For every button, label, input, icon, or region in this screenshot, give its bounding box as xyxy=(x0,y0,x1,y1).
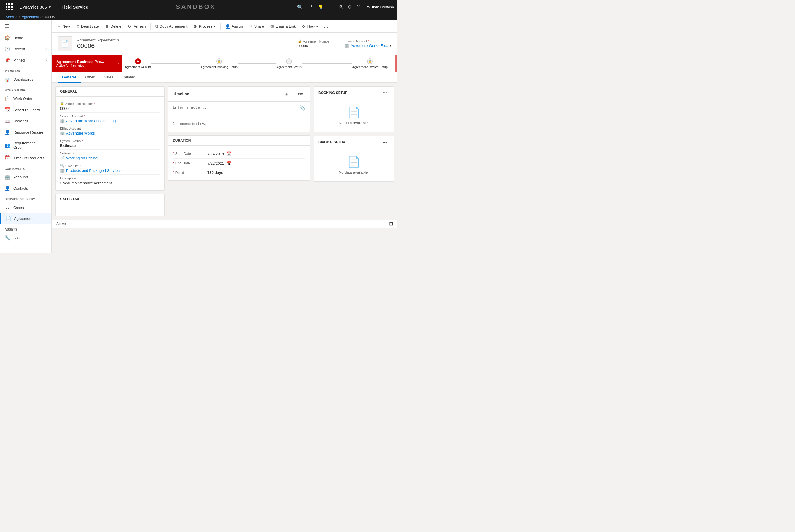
field-value-agreement-number[interactable]: 00006 xyxy=(60,106,160,111)
billing-account-icon: 🏢 xyxy=(60,131,65,135)
top-icons: 🔍 ⏱ 💡 ＋ ⚗ ⚙ ? William Contoso xyxy=(297,4,394,10)
stage-agreement[interactable]: ● Agreement (4 Min) xyxy=(125,58,151,69)
help-icon[interactable]: ? xyxy=(357,4,359,10)
assign-label: Assign xyxy=(232,24,243,28)
duration-row-duration: * Duration 730 days xyxy=(173,168,305,177)
sidebar-item-schedule-board[interactable]: 📅 Schedule Board xyxy=(0,104,52,116)
refresh-button[interactable]: ↻ Refresh xyxy=(125,21,149,32)
time-off-icon: ⏰ xyxy=(5,155,11,161)
search-icon[interactable]: 🔍 xyxy=(297,4,303,10)
sales-tax-body xyxy=(56,204,164,216)
sidebar-item-resource-req[interactable]: 👤 Resource Require... xyxy=(0,127,52,138)
record-number: 00006 xyxy=(77,42,293,50)
sidebar-item-pinned[interactable]: 📌 Pinned ▾ xyxy=(0,55,52,66)
schedule-board-icon: 📅 xyxy=(5,107,11,113)
timeline-add-button[interactable]: ＋ xyxy=(282,89,292,99)
process-collapse-button[interactable]: ‹ xyxy=(115,55,122,72)
stage-label-invoice-setup: Agreement Invoice Setup xyxy=(352,65,388,69)
invoice-setup-more-button[interactable]: ••• xyxy=(380,139,389,146)
user-name[interactable]: William Contoso xyxy=(367,5,394,9)
sidebar-item-work-orders[interactable]: 📋 Work Orders xyxy=(0,93,52,104)
pinned-icon: 📌 xyxy=(5,57,11,63)
sidebar-item-recent[interactable]: 🕐 Recent ▾ xyxy=(0,43,52,55)
insights-icon[interactable]: 💡 xyxy=(318,4,323,10)
attachment-icon[interactable]: 📎 xyxy=(299,105,305,111)
service-account-label: Service Account * xyxy=(344,39,392,43)
end-calendar-icon[interactable]: 📅 xyxy=(226,161,231,166)
timeline-more-button[interactable]: ••• xyxy=(295,90,305,98)
start-calendar-icon[interactable]: 📅 xyxy=(226,151,231,156)
share-icon: ↗ xyxy=(249,24,253,29)
sidebar-label-dashboards: Dashboards xyxy=(13,77,33,82)
sidebar-item-cases[interactable]: 🗂 Cases xyxy=(0,202,52,213)
new-button[interactable]: ＋ New xyxy=(54,21,73,32)
sidebar-item-home[interactable]: 🏠 Home xyxy=(0,32,52,43)
deactivate-icon: ⊘ xyxy=(76,24,80,29)
email-link-button[interactable]: ✉ Email a Link xyxy=(267,21,299,32)
flow-button[interactable]: ⟳ Flow ▾ xyxy=(299,21,321,32)
field-value-system-status[interactable]: Estimate xyxy=(60,144,160,148)
field-value-billing-account[interactable]: 🏢 Adventure Works xyxy=(60,131,160,135)
recent-expand-icon: ▾ xyxy=(45,48,47,51)
field-req-star-4: * xyxy=(79,164,80,168)
assign-icon: 👤 xyxy=(225,24,230,29)
sidebar-item-agreements[interactable]: 📄 Agreements xyxy=(0,213,52,224)
stage-label-agreement: Agreement (4 Min) xyxy=(125,65,151,69)
field-label-description: Description xyxy=(60,176,160,180)
sidebar-label-contacts: Contacts xyxy=(13,186,28,191)
invoice-setup-section: INVOICE SETUP ••• 📄 No data available. xyxy=(314,136,394,182)
new-record-icon[interactable]: ＋ xyxy=(329,4,333,10)
tab-other[interactable]: Other xyxy=(80,72,99,83)
field-substatus: Substatus 📄 Working on Pricing xyxy=(60,150,160,162)
sidebar-item-assets[interactable]: 🔧 Assets xyxy=(0,232,52,244)
service-account-link[interactable]: Adventure Works En... xyxy=(351,43,388,48)
deactivate-button[interactable]: ⊘ Deactivate xyxy=(73,21,101,32)
more-button[interactable]: ... xyxy=(321,22,331,31)
breadcrumb-agreements[interactable]: Agreements xyxy=(22,15,40,19)
process-button[interactable]: ⚙ Process ▾ xyxy=(191,21,219,32)
stage-booking-setup[interactable]: 🔒 Agreement Booking Setup xyxy=(201,58,237,69)
tab-general[interactable]: General xyxy=(57,72,80,83)
assign-button[interactable]: 👤 Assign xyxy=(222,21,246,32)
sidebar-toggle[interactable]: ☰ xyxy=(0,20,52,32)
timeline-note-input[interactable] xyxy=(173,105,297,114)
sidebar-item-time-off[interactable]: ⏰ Time Off Requests xyxy=(0,152,52,164)
sidebar-item-accounts[interactable]: 🏢 Accounts xyxy=(0,172,52,183)
new-label: New xyxy=(62,24,70,28)
waffle-menu[interactable] xyxy=(3,0,15,14)
duration-row-end: * End Date 7/22/2021 📅 xyxy=(173,159,305,168)
field-value-price-list[interactable]: 🏢 Products and Packaged Services xyxy=(60,168,160,173)
settings-icon[interactable]: ⚙ xyxy=(348,4,352,10)
sidebar-item-contacts[interactable]: 👤 Contacts xyxy=(0,183,52,194)
sidebar-item-dashboards[interactable]: 📊 Dashboards xyxy=(0,74,52,85)
booking-setup-section: BOOKING SETUP ••• 📄 No data available. xyxy=(314,86,394,132)
tab-sales[interactable]: Sales xyxy=(99,72,118,83)
duration-row-start: * Start Date 7/24/2019 📅 xyxy=(173,149,305,159)
field-value-description[interactable]: 2 year maintenance agreement xyxy=(60,181,160,185)
stage-connector-2 xyxy=(238,63,276,64)
field-description: Description 2 year maintenance agreement xyxy=(60,175,160,187)
stage-status[interactable]: Agreement Status xyxy=(276,58,302,69)
section-scheduling: Scheduling xyxy=(0,85,52,93)
stage-invoice-setup[interactable]: 🔒 Agreement Invoice Setup xyxy=(352,58,388,69)
field-value-substatus[interactable]: 📄 Working on Pricing xyxy=(60,156,160,160)
field-value-service-account[interactable]: 🏢 Adventure Works Engineering xyxy=(60,119,160,123)
breadcrumb-service[interactable]: Service xyxy=(6,15,17,19)
delete-button[interactable]: 🗑 Delete xyxy=(102,21,124,32)
sidebar: ☰ 🏠 Home 🕐 Recent ▾ 📌 Pinned ▾ My Work 📊… xyxy=(0,20,52,253)
recent-icon[interactable]: ⏱ xyxy=(308,4,313,10)
copy-agreement-button[interactable]: ⧉ Copy Agreement xyxy=(152,21,190,32)
sidebar-item-bookings[interactable]: 📖 Bookings xyxy=(0,116,52,127)
share-button[interactable]: ↗ Share xyxy=(246,21,267,32)
sidebar-item-requirement-group[interactable]: 👥 Requirement Grou... xyxy=(0,138,52,152)
app-switcher[interactable]: Dynamics 365 ▾ xyxy=(15,0,56,14)
separator-2 xyxy=(220,23,221,30)
booking-setup-more-button[interactable]: ••• xyxy=(380,89,389,96)
sidebar-label-requirement-group: Requirement Grou... xyxy=(13,141,47,149)
service-account-icon: 🏢 xyxy=(60,119,65,123)
breadcrumb: Service › Agreements › 00006 xyxy=(0,14,398,20)
tab-related[interactable]: Related xyxy=(118,72,140,83)
filter-icon[interactable]: ⚗ xyxy=(338,4,343,10)
toolbar: ＋ New ⊘ Deactivate 🗑 Delete ↻ Refresh ⧉ … xyxy=(52,20,398,33)
active-stage: Agreement Business Pro... Active for 4 m… xyxy=(52,55,115,72)
